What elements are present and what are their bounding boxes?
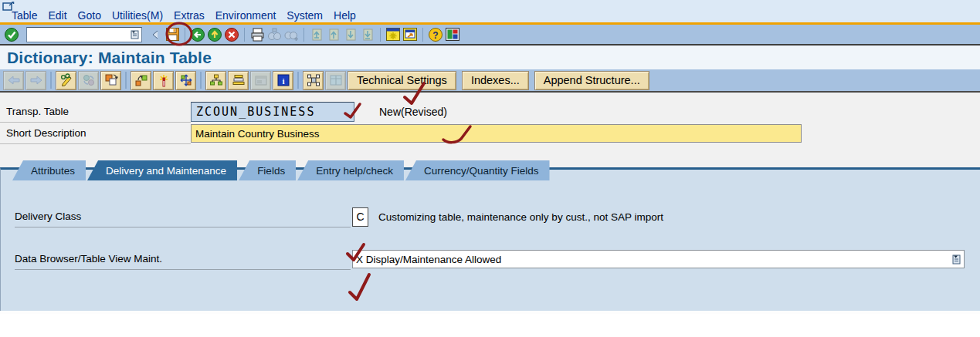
- toolbar-separator: [185, 28, 185, 42]
- technical-settings-button[interactable]: Technical Settings: [348, 71, 456, 90]
- graphic-icon[interactable]: [303, 71, 324, 90]
- appbar-separator: [125, 72, 127, 89]
- exit-icon[interactable]: [206, 26, 223, 43]
- delivery-class-row: Delivery Class C Customizing table, main…: [15, 206, 663, 227]
- data-browser-value: X Display/Maintenance Allowed: [353, 254, 950, 265]
- help-icon[interactable]: ?: [427, 26, 444, 43]
- page-up-icon: [325, 26, 342, 43]
- where-used-icon[interactable]: [131, 71, 151, 90]
- tabstrip: Attributes Delivery and Maintenance Fiel…: [12, 160, 980, 180]
- menu-extras[interactable]: Extras: [168, 9, 210, 22]
- print-icon[interactable]: [249, 26, 266, 43]
- enter-icon[interactable]: [3, 26, 20, 43]
- delivery-class-description: Customizing table, maintenance only by c…: [378, 211, 663, 223]
- dropdown-icon[interactable]: [950, 251, 964, 268]
- application-toolbar: i Technical Settings Indexes... Append S…: [0, 69, 980, 93]
- transp-table-field[interactable]: ZCOUN_BUSINESS: [191, 102, 354, 122]
- appbar-separator: [50, 72, 52, 89]
- page-down-icon: [342, 26, 359, 43]
- save-icon[interactable]: [164, 26, 181, 43]
- page-title: Dictionary: Maintain Table: [7, 49, 212, 67]
- menu-help[interactable]: Help: [328, 9, 361, 22]
- menu-goto[interactable]: Goto: [73, 9, 107, 22]
- next-icon: [25, 71, 46, 90]
- delivery-maintenance-panel: Delivery Class C Customizing table, main…: [0, 167, 980, 311]
- menu-row: Table Edit Goto Utilities(M) Extras Envi…: [0, 0, 980, 22]
- create-shortcut-icon[interactable]: [402, 26, 419, 43]
- short-description-row: Short Description Maintain Country Busin…: [0, 123, 980, 144]
- form-area: Transp. Table ZCOUN_BUSINESS New(Revised…: [0, 93, 980, 167]
- menubar: Table Edit Goto Utilities(M) Extras Envi…: [6, 9, 361, 22]
- grid-icon: [325, 71, 346, 90]
- table-contents-icon: [250, 71, 271, 90]
- delivery-class-field[interactable]: C: [352, 207, 368, 227]
- data-browser-label: Data Browser/Table View Maint.: [15, 248, 351, 270]
- transp-table-label: Transp. Table: [0, 101, 191, 123]
- appbar-separator: [297, 72, 299, 89]
- svg-text:?: ?: [432, 29, 438, 40]
- tab-fields[interactable]: Fields: [239, 160, 296, 180]
- previous-icon: [3, 71, 24, 90]
- tab-attributes[interactable]: Attributes: [12, 160, 86, 180]
- bottom-strip: [0, 311, 980, 314]
- documentation-icon[interactable]: i: [273, 71, 293, 90]
- copy-icon[interactable]: [100, 71, 121, 90]
- menu-edit[interactable]: Edit: [42, 9, 72, 22]
- appbar-separator: [200, 72, 202, 89]
- first-page-icon: [308, 26, 325, 43]
- hierarchy-icon[interactable]: [205, 71, 226, 90]
- data-browser-row: Data Browser/Table View Maint. X Display…: [15, 248, 965, 270]
- new-session-icon[interactable]: [385, 26, 402, 43]
- short-description-field[interactable]: Maintain Country Business: [191, 124, 802, 143]
- svg-text:i: i: [282, 76, 284, 86]
- refresh-icon: [78, 71, 99, 90]
- menu-table[interactable]: Table: [6, 9, 42, 22]
- tab-entry-help-check[interactable]: Entry help/check: [297, 160, 404, 180]
- transp-table-row: Transp. Table ZCOUN_BUSINESS New(Revised…: [0, 101, 980, 123]
- find-next-icon: [283, 26, 300, 43]
- customize-layout-icon[interactable]: [444, 26, 461, 43]
- tab-delivery-and-maintenance[interactable]: Delivery and Maintenance: [87, 160, 237, 180]
- tab-currency-quantity-fields[interactable]: Currency/Quantity Fields: [405, 160, 550, 180]
- data-browser-dropdown[interactable]: X Display/Maintenance Allowed: [352, 250, 965, 268]
- back-icon[interactable]: [189, 26, 206, 43]
- last-page-icon: [359, 26, 376, 43]
- append-structure-button[interactable]: Append Structure...: [534, 71, 649, 90]
- toolbar-separator: [244, 28, 245, 42]
- display-change-icon[interactable]: [56, 71, 76, 90]
- find-icon: [266, 26, 283, 43]
- indexes-button[interactable]: Indexes...: [462, 71, 529, 90]
- collapse-icon[interactable]: [147, 26, 164, 43]
- short-description-label: Short Description: [0, 123, 191, 144]
- runtime-object-icon[interactable]: [175, 71, 196, 90]
- cancel-icon[interactable]: [223, 26, 240, 43]
- toolbar-separator: [422, 28, 423, 42]
- delivery-class-label: Delivery Class: [15, 206, 351, 227]
- menu-environment[interactable]: Environment: [210, 9, 282, 22]
- activate-icon[interactable]: [153, 71, 174, 90]
- sort-icon[interactable]: [228, 71, 249, 90]
- command-field[interactable]: [26, 27, 142, 42]
- menu-system[interactable]: System: [281, 9, 328, 22]
- title-row: Dictionary: Maintain Table: [0, 45, 980, 69]
- standard-toolbar: ?: [0, 25, 980, 45]
- table-status: New(Revised): [379, 106, 447, 118]
- menu-utilities[interactable]: Utilities(M): [107, 9, 168, 22]
- toolbar-separator: [303, 28, 304, 42]
- toolbar-separator: [380, 28, 381, 42]
- command-dropdown-icon[interactable]: [129, 28, 141, 42]
